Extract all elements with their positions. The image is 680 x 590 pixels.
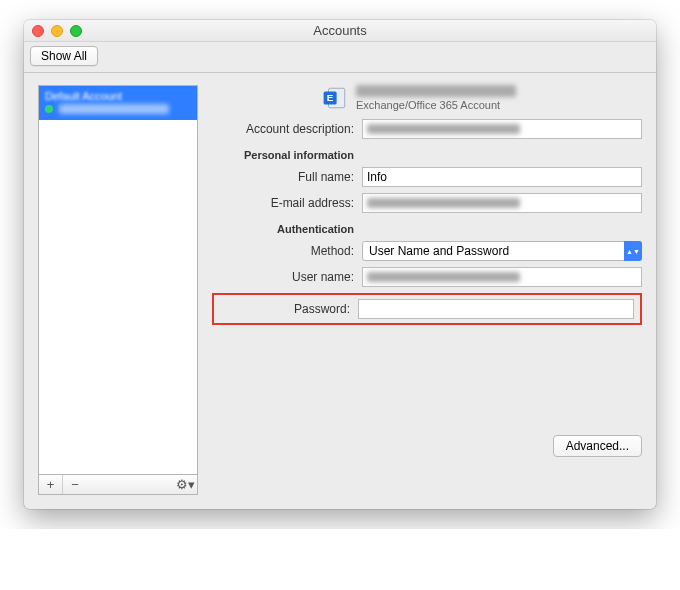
account-type-label: Exchange/Office 365 Account: [356, 99, 516, 111]
add-account-button[interactable]: +: [39, 475, 63, 494]
advanced-row: Advanced...: [212, 435, 642, 457]
content-area: Default Account + − ⚙︎▾: [24, 73, 656, 509]
account-description-input[interactable]: [362, 119, 642, 139]
full-name-input[interactable]: [362, 167, 642, 187]
advanced-button[interactable]: Advanced...: [553, 435, 642, 457]
account-email-redacted: [59, 104, 169, 114]
label-account-description: Account description:: [212, 122, 362, 136]
account-list-item[interactable]: Default Account: [39, 86, 197, 120]
account-name: Default Account: [45, 90, 191, 102]
row-account-description: Account description:: [212, 119, 642, 139]
select-arrows-icon: ▲▼: [624, 241, 642, 261]
window-title: Accounts: [24, 23, 656, 38]
account-settings-button[interactable]: ⚙︎▾: [173, 475, 197, 494]
row-email: E-mail address:: [212, 193, 642, 213]
row-full-name: Full name:: [212, 167, 642, 187]
password-input[interactable]: [358, 299, 634, 319]
account-header: E Exchange/Office 365 Account: [322, 85, 642, 111]
exchange-icon: E: [322, 85, 348, 111]
section-authentication: Authentication: [212, 223, 362, 235]
account-list[interactable]: Default Account: [38, 85, 198, 475]
row-method: Method: ▲▼: [212, 241, 642, 261]
method-select-wrap[interactable]: ▲▼: [362, 241, 642, 261]
user-name-input[interactable]: [362, 267, 642, 287]
accounts-window: Accounts Show All Default Account + −: [24, 20, 656, 509]
toolbar: Show All: [24, 42, 656, 73]
row-password-highlighted: Password:: [212, 293, 642, 325]
sidebar-footer: + − ⚙︎▾: [38, 475, 198, 495]
label-password: Password:: [220, 302, 358, 316]
status-indicator-icon: [45, 105, 53, 113]
row-user-name: User name:: [212, 267, 642, 287]
account-display-name-redacted: [356, 85, 516, 97]
account-subline: [45, 104, 191, 114]
section-personal-information: Personal information: [212, 149, 362, 161]
account-detail-panel: E Exchange/Office 365 Account Account de…: [212, 85, 642, 495]
titlebar: Accounts: [24, 20, 656, 42]
label-user-name: User name:: [212, 270, 362, 284]
accounts-sidebar: Default Account + − ⚙︎▾: [38, 85, 198, 495]
method-select[interactable]: [362, 241, 642, 261]
email-input[interactable]: [362, 193, 642, 213]
remove-account-button[interactable]: −: [63, 475, 87, 494]
label-email: E-mail address:: [212, 196, 362, 210]
label-method: Method:: [212, 244, 362, 258]
show-all-button[interactable]: Show All: [30, 46, 98, 66]
label-full-name: Full name:: [212, 170, 362, 184]
svg-text:E: E: [327, 92, 334, 103]
